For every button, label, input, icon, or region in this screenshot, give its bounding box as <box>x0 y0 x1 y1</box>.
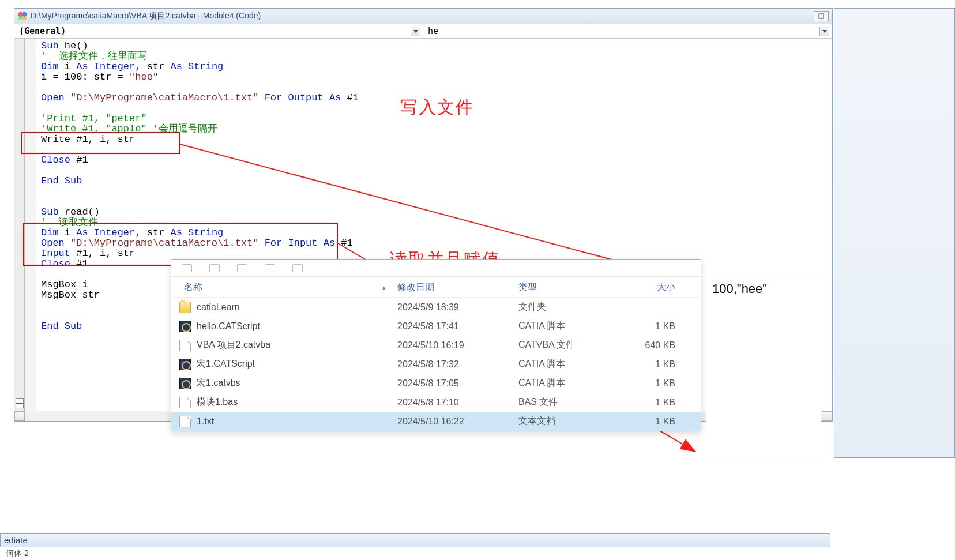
chevron-down-icon[interactable] <box>411 27 420 36</box>
file-date: 2024/5/8 17:05 <box>397 378 518 389</box>
file-size: 640 KB <box>619 340 693 351</box>
code-token: MsgBox str <box>41 290 100 300</box>
file-name: VBA 项目2.catvba <box>197 339 397 351</box>
file-date: 2024/5/9 18:39 <box>397 302 518 313</box>
catscript-icon <box>179 359 191 370</box>
status-left: 何体 2 <box>0 547 35 560</box>
code-token: Dim <box>41 61 59 72</box>
file-name: hello.CATScript <box>197 321 397 332</box>
code-token: Write #1, i, str <box>41 134 135 145</box>
code-token: Dim <box>41 227 59 238</box>
code-token: , str <box>135 61 170 72</box>
code-token: i <box>59 227 77 238</box>
file-size: 1 KB <box>619 359 693 370</box>
file-row[interactable]: 1.txt2024/5/10 16:22文本文档1 KB <box>171 412 701 431</box>
view-gutter <box>14 39 25 411</box>
split-view-icon[interactable] <box>16 398 24 408</box>
col-name[interactable]: 名称 <box>184 281 202 294</box>
preview-content: 100,"hee" <box>712 281 767 296</box>
file-icon <box>179 397 191 408</box>
file-date: 2024/5/10 16:22 <box>397 416 518 427</box>
code-token: Input <box>41 248 70 259</box>
code-token: #1 <box>341 92 359 103</box>
dropdown-row: (General) he <box>14 24 832 39</box>
code-token: Sub <box>41 40 59 51</box>
code-comment: 'Write #1, "apple" '会用逗号隔开 <box>41 123 217 134</box>
code-token: i = 100: str = <box>41 72 129 82</box>
file-name: 模块1.bas <box>197 396 397 408</box>
file-icon <box>179 340 191 351</box>
code-comment: 'Print #1, "peter" <box>41 113 147 124</box>
file-size: 1 KB <box>619 397 693 408</box>
immediate-label: ediate <box>4 535 28 545</box>
text-preview-panel: 100,"hee" <box>706 273 821 463</box>
explorer-toolbar <box>171 260 701 277</box>
file-type: CATIA 脚本 <box>518 358 619 370</box>
catscript-icon <box>179 378 191 389</box>
toolbar-icon[interactable] <box>292 264 303 272</box>
scroll-left-button[interactable] <box>14 411 25 421</box>
procedure-dropdown[interactable]: he <box>423 24 832 38</box>
toolbar-icon[interactable] <box>182 264 192 272</box>
file-row[interactable]: 宏1.catvbs2024/5/8 17:05CATIA 脚本1 KB <box>171 374 701 393</box>
col-size[interactable]: 大小 <box>619 281 693 294</box>
file-type: CATVBA 文件 <box>518 339 619 351</box>
file-name: 1.txt <box>197 416 397 427</box>
file-row[interactable]: hello.CATScript2024/5/8 17:41CATIA 脚本1 K… <box>171 317 701 336</box>
file-type: CATIA 脚本 <box>518 320 619 332</box>
code-token: #1, i, str <box>70 248 135 259</box>
chevron-down-icon[interactable] <box>819 27 829 36</box>
code-token: As Integer <box>76 227 135 238</box>
file-type: 文本文档 <box>518 415 619 427</box>
code-token: As Integer <box>76 61 135 72</box>
file-date: 2024/5/8 17:32 <box>397 359 518 370</box>
toolbar-icon[interactable] <box>209 264 220 272</box>
code-token: For Output As <box>258 92 341 103</box>
procedure-dropdown-value: he <box>428 26 438 36</box>
code-comment: ' 读取文件 <box>41 217 98 228</box>
title-bar[interactable]: D:\MyPrograme\catiaMacro\VBA 项目2.catvba … <box>14 9 832 24</box>
code-token: #1 <box>70 258 88 269</box>
file-row[interactable]: VBA 项目2.catvba2024/5/10 16:19CATVBA 文件64… <box>171 336 701 355</box>
annotation-label-write: 写入文件 <box>400 96 474 119</box>
col-type[interactable]: 类型 <box>518 281 619 294</box>
svg-rect-0 <box>819 14 824 18</box>
file-row[interactable]: 宏1.CATScript2024/5/8 17:32CATIA 脚本1 KB <box>171 355 701 374</box>
file-date: 2024/5/10 16:19 <box>397 340 518 351</box>
object-dropdown[interactable]: (General) <box>14 24 423 38</box>
maximize-button[interactable] <box>814 11 829 21</box>
immediate-window-title[interactable]: ediate <box>0 533 830 547</box>
code-token: End Sub <box>41 175 82 186</box>
sort-caret-icon: ▴ <box>382 284 386 291</box>
code-token: As String <box>170 227 223 238</box>
code-token: MsgBox i <box>41 279 88 290</box>
code-token: he() <box>59 40 88 51</box>
file-name: 宏1.catvbs <box>197 377 397 389</box>
file-size: 1 KB <box>619 416 693 427</box>
col-date[interactable]: 修改日期 <box>397 281 518 294</box>
scroll-right-button[interactable] <box>822 411 832 421</box>
file-size: 1 KB <box>619 378 693 389</box>
margin-bar <box>25 39 36 411</box>
code-token: End Sub <box>41 321 82 332</box>
catscript-icon <box>179 321 191 332</box>
file-type: 文件夹 <box>518 301 619 313</box>
explorer-header[interactable]: 名称▴ 修改日期 类型 大小 <box>171 277 701 298</box>
folder-icon <box>179 302 191 313</box>
toolbar-icon[interactable] <box>237 264 247 272</box>
code-string: "D:\MyPrograme\catiaMacro\1.txt" <box>70 92 258 103</box>
file-size: 1 KB <box>619 321 693 332</box>
code-token: Close <box>41 155 70 166</box>
code-token: i <box>59 61 77 72</box>
file-explorer: 名称▴ 修改日期 类型 大小 catiaLearn2024/5/9 18:39文… <box>171 259 701 431</box>
code-token: #1 <box>70 155 88 166</box>
file-icon <box>179 416 191 427</box>
file-row[interactable]: 模块1.bas2024/5/8 17:10BAS 文件1 KB <box>171 393 701 412</box>
file-date: 2024/5/8 17:10 <box>397 397 518 408</box>
explorer-rows: catiaLearn2024/5/9 18:39文件夹hello.CATScri… <box>171 298 701 431</box>
file-name: catiaLearn <box>197 302 397 313</box>
file-row[interactable]: catiaLearn2024/5/9 18:39文件夹 <box>171 298 701 317</box>
code-token: read() <box>59 206 100 217</box>
window-title: D:\MyPrograme\catiaMacro\VBA 项目2.catvba … <box>31 11 261 21</box>
toolbar-icon[interactable] <box>265 264 275 272</box>
